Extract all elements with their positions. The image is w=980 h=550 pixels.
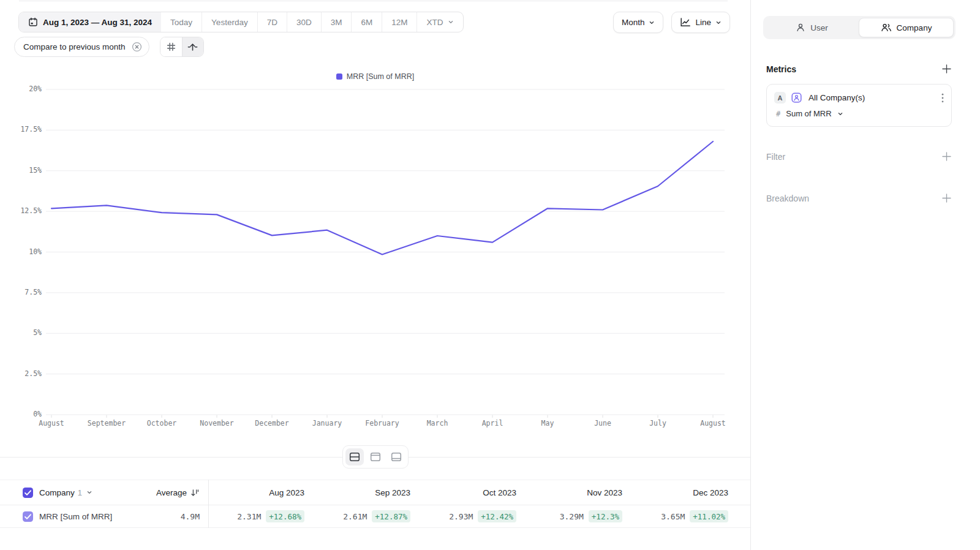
date-range-button[interactable]: Aug 1, 2023 — Aug 31, 2024: [19, 12, 161, 32]
month-column-header[interactable]: Sep 2023: [314, 488, 420, 497]
grid-icon: [166, 42, 176, 52]
granularity-label: Month: [622, 18, 645, 27]
preset-30d[interactable]: 30D: [287, 12, 321, 32]
column-divider: [208, 480, 209, 528]
number-type-icon: #: [776, 110, 780, 118]
metrics-section-header: Metrics: [766, 64, 952, 74]
month-column-header[interactable]: Oct 2023: [420, 488, 526, 497]
metrics-title: Metrics: [766, 64, 796, 74]
month-column-headers: Aug 2023Sep 2023Oct 2023Nov 2023Dec 2023: [208, 488, 738, 497]
preset-6m[interactable]: 6M: [351, 12, 382, 32]
chevron-down-icon[interactable]: [86, 489, 92, 495]
y-axis-tick: 5%: [0, 328, 42, 337]
metric-card-row: A All Company(s): [774, 92, 944, 104]
mrr-series-line: [51, 141, 713, 255]
y-axis-tick: 2.5%: [0, 369, 42, 378]
chart-panel: Aug 1, 2023 — Aug 31, 2024 TodayYesterda…: [0, 0, 750, 550]
display-toggle-group: [160, 37, 204, 57]
add-breakdown-icon[interactable]: [941, 193, 952, 203]
company-users-icon: [881, 23, 892, 32]
metric-index-badge: A: [774, 92, 786, 104]
compare-chip[interactable]: Compare to previous month: [14, 37, 149, 57]
metric-name: All Company(s): [809, 93, 865, 102]
config-sidebar: User Company Metrics A All Company(s) #: [750, 0, 980, 550]
top-view-icon: [370, 452, 381, 462]
y-axis-tick: 17.5%: [0, 125, 42, 134]
chevron-down-icon: [715, 20, 722, 26]
chart-legend[interactable]: MRR [Sum of MRR]: [0, 72, 750, 81]
y-axis-tick: 20%: [0, 85, 42, 93]
company-avatar-icon: [791, 92, 802, 104]
preset-today[interactable]: Today: [161, 12, 202, 32]
chevron-down-icon: [837, 111, 843, 117]
preset-yesterday[interactable]: Yesterday: [202, 12, 257, 32]
date-controls: Aug 1, 2023 — Aug 31, 2024 TodayYesterda…: [18, 12, 464, 32]
y-axis-tick: 15%: [0, 166, 42, 175]
delta-badge: +12.3%: [589, 510, 622, 522]
tab-company[interactable]: Company: [859, 18, 954, 37]
x-axis-tick: July: [629, 419, 687, 428]
x-axis-tick: February: [353, 419, 411, 428]
cell-value: 2.61M: [343, 512, 367, 521]
sort-icon: [190, 488, 200, 497]
select-all-checkbox[interactable]: [23, 488, 33, 498]
preset-3m[interactable]: 3M: [321, 12, 352, 32]
growth-toggle-button[interactable]: [182, 37, 203, 56]
chart-canvas: [0, 86, 750, 447]
split-view-button[interactable]: [345, 448, 364, 465]
preset-xtd-label: XTD: [426, 18, 443, 27]
month-column-header[interactable]: Dec 2023: [632, 488, 738, 497]
preset-7d[interactable]: 7D: [257, 12, 287, 32]
month-column-header[interactable]: Aug 2023: [208, 488, 314, 497]
y-axis-tick: 12.5%: [0, 206, 42, 215]
tab-user[interactable]: User: [765, 18, 859, 37]
split-view-icon: [349, 452, 360, 462]
row-checkbox[interactable]: [23, 511, 33, 522]
filter-title: Filter: [766, 152, 785, 162]
preset-xtd[interactable]: XTD: [417, 12, 463, 32]
x-axis-tick: December: [243, 419, 301, 428]
tab-user-label: User: [810, 23, 828, 32]
panel-view-toggle: [342, 445, 409, 469]
add-filter-icon[interactable]: [941, 151, 952, 162]
toolbar-secondary: Compare to previous month: [14, 37, 204, 57]
metric-aggregation-row[interactable]: # Sum of MRR: [774, 109, 944, 118]
x-axis-tick: March: [409, 419, 466, 428]
month-value-cell: 2.93M+12.42%: [420, 510, 526, 522]
calendar-icon: [28, 17, 38, 27]
month-value-cell: 2.31M+12.68%: [208, 510, 314, 522]
chart-type-label: Line: [695, 18, 711, 27]
group-by-label[interactable]: Company: [39, 488, 75, 497]
cell-value: 2.93M: [449, 512, 473, 521]
grid-toggle-button[interactable]: [160, 37, 182, 56]
average-value: 4.9M: [181, 512, 200, 521]
average-column-header[interactable]: Average: [156, 488, 200, 497]
table-only-button[interactable]: [387, 448, 405, 465]
group-count: 1: [78, 488, 82, 497]
preset-12m[interactable]: 12M: [382, 12, 417, 32]
bottom-view-icon: [391, 452, 402, 462]
chart-type-dropdown[interactable]: Line: [671, 12, 730, 33]
x-axis-tick: April: [464, 419, 521, 428]
chart-only-button[interactable]: [366, 448, 385, 465]
metric-menu-icon[interactable]: [941, 93, 944, 103]
month-value-cell: 3.65M+11.02%: [632, 510, 738, 522]
y-axis-tick: 10%: [0, 247, 42, 256]
filter-section-header: Filter: [766, 151, 952, 162]
metric-row-label: MRR [Sum of MRR]: [39, 512, 112, 521]
remove-compare-icon[interactable]: [132, 42, 142, 52]
chevron-down-icon: [649, 20, 655, 26]
arrow-up-from-line-icon: [187, 42, 198, 52]
x-axis-tick: September: [78, 419, 135, 428]
y-axis-tick: 7.5%: [0, 288, 42, 296]
add-metric-icon[interactable]: [941, 64, 952, 74]
line-chart: 0%2.5%5%7.5%10%12.5%15%17.5%20% AugustSe…: [0, 86, 750, 447]
delta-badge: +12.68%: [266, 510, 304, 522]
metric-card[interactable]: A All Company(s) # Sum of MRR: [766, 84, 952, 127]
user-icon: [796, 23, 805, 32]
month-column-header[interactable]: Nov 2023: [526, 488, 632, 497]
header-label-cell: Company 1 Average: [0, 488, 208, 498]
cell-value: 2.31M: [237, 512, 261, 521]
granularity-dropdown[interactable]: Month: [613, 12, 664, 33]
x-axis-tick: November: [188, 419, 246, 428]
